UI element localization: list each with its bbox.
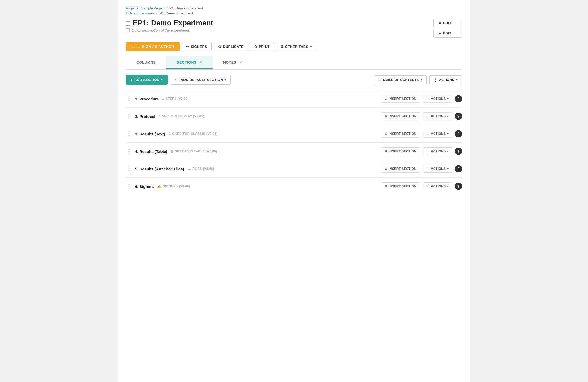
section-actions-button-6[interactable]: ⋮ ACTIONS ▾: [423, 182, 452, 190]
section-name-6: 6. Signers: [135, 184, 154, 189]
breadcrumb-current: › EP1: Demo Experiment: [165, 6, 203, 10]
section-actions-chevron-6: ▾: [447, 185, 449, 188]
sign-icon: ✍: [131, 45, 140, 49]
section-type-icon-1: ≡: [162, 97, 164, 101]
section-actions-button-1[interactable]: ⋮ ACTIONS ▾: [423, 95, 452, 103]
help-button-1[interactable]: ?: [455, 95, 462, 102]
breadcrumb-experiments[interactable]: Experiments: [136, 11, 154, 15]
insert-section-label-2: INSERT SECTION: [389, 114, 416, 118]
page-container: Projects › Sample Project › EP1: Demo Ex…: [118, 0, 470, 382]
page-header: EP1: Demo Experiment Quick description o…: [126, 19, 462, 38]
section-dots-icon-2: ⋮: [426, 114, 429, 118]
insert-section-button-5[interactable]: ⊕ INSERT SECTION: [381, 165, 420, 173]
print-icon: ⎙: [255, 45, 257, 49]
section-actions-button-4[interactable]: ⋮ ACTIONS ▾: [423, 147, 452, 155]
tab-notes[interactable]: NOTES ×: [213, 56, 253, 69]
insert-section-label-3: INSERT SECTION: [389, 132, 416, 136]
help-button-4[interactable]: ?: [455, 148, 462, 155]
actions-button[interactable]: ⋮ ACTIONS ▾: [429, 75, 462, 84]
edit-button-1[interactable]: EDIT: [433, 19, 462, 27]
section-type-5: ☁ FILES (V3.00): [187, 167, 214, 171]
section-actions-chevron-2: ▾: [447, 115, 449, 118]
section-actions-3: ⊕ INSERT SECTION ⋮ ACTIONS ▾ ?: [381, 130, 462, 138]
edit-button-2[interactable]: EDIT: [433, 29, 462, 38]
print-label: PRINT: [259, 45, 270, 49]
drag-handle-2[interactable]: [126, 114, 132, 119]
table-row: 3. Results (Text) A CKEDITOR CLASSIC (V2…: [126, 125, 462, 143]
toc-label: TABLE OF CONTENTS: [382, 78, 419, 82]
edit-buttons-area: EDIT EDIT: [433, 19, 462, 38]
section-actions-label-5: ACTIONS: [431, 167, 446, 171]
section-type-icon-5: ☁: [187, 167, 191, 171]
add-section-plus-icon: +: [131, 78, 133, 82]
section-name-3: 3. Results (Text): [135, 132, 165, 136]
duplicate-button[interactable]: ⊙ DUPLICATE: [214, 42, 248, 51]
insert-section-button-3[interactable]: ⊕ INSERT SECTION: [381, 130, 420, 138]
breadcrumb-eln[interactable]: ELN: [126, 11, 132, 15]
help-button-6[interactable]: ?: [455, 183, 462, 190]
print-button[interactable]: ⎙ PRINT: [250, 42, 274, 51]
section-main-4: 4. Results (Table) ⊞ SPREADJS TABLE (V1.…: [135, 149, 378, 154]
sign-as-author-button[interactable]: ✍ SIGN AS AUTHOR: [126, 42, 180, 51]
section-type-6: ✍ SIGNERS (V3.00): [157, 184, 190, 188]
table-of-contents-button[interactable]: ≡ TABLE OF CONTENTS ▾: [374, 75, 427, 84]
insert-section-button-2[interactable]: ⊕ INSERT SECTION: [381, 112, 420, 120]
signers-button[interactable]: ✏ SIGNERS: [182, 42, 212, 51]
other-tabs-icon: ⧉: [281, 44, 283, 49]
other-tabs-button[interactable]: ⧉ OTHER TABS ▾: [276, 42, 316, 51]
section-actions-5: ⊕ INSERT SECTION ⋮ ACTIONS ▾ ?: [381, 165, 462, 173]
section-main-6: 6. Signers ✍ SIGNERS (V3.00): [135, 184, 378, 189]
tab-sections[interactable]: SECTIONS ×: [166, 56, 212, 69]
tab-columns[interactable]: COLUMNS: [126, 56, 166, 69]
drag-handle-1[interactable]: [126, 96, 132, 101]
section-dots-icon-4: ⋮: [426, 149, 429, 153]
add-default-section-button[interactable]: ≔ ADD DEFAULT SECTION ▾: [171, 75, 231, 85]
section-actions-label-2: ACTIONS: [431, 114, 446, 118]
insert-section-button-6[interactable]: ⊕ INSERT SECTION: [381, 182, 420, 190]
section-type-2: ❝ SECTION DISPLAY (V3.01): [159, 114, 204, 118]
section-type-1: ≡ STEPS (V3.02): [162, 97, 189, 101]
page-description: Quick description of the experiment.: [132, 28, 190, 32]
section-main-3: 3. Results (Text) A CKEDITOR CLASSIC (V2…: [135, 132, 378, 136]
insert-section-button-4[interactable]: ⊕ INSERT SECTION: [381, 147, 420, 155]
section-type-icon-3: A: [168, 132, 171, 136]
drag-handle-4[interactable]: [126, 149, 132, 154]
section-actions-4: ⊕ INSERT SECTION ⋮ ACTIONS ▾ ?: [381, 147, 462, 155]
breadcrumb-sample-project[interactable]: Sample Project: [141, 6, 164, 10]
section-actions-chevron-1: ▾: [447, 97, 449, 101]
section-actions-button-3[interactable]: ⋮ ACTIONS ▾: [423, 130, 452, 138]
drag-handle-5[interactable]: [126, 166, 132, 171]
section-actions-chevron-5: ▾: [447, 167, 449, 171]
table-row: 4. Results (Table) ⊞ SPREADJS TABLE (V1.…: [126, 143, 462, 160]
section-actions-button-5[interactable]: ⋮ ACTIONS ▾: [423, 165, 452, 173]
breadcrumb-current2: › EP1: Demo Experiment: [155, 11, 193, 15]
drag-handle-6[interactable]: [126, 184, 132, 189]
circle-plus-icon-4: ⊕: [385, 149, 387, 153]
section-type-label-6: SIGNERS (V3.00): [163, 184, 190, 188]
drag-handle-3[interactable]: [126, 131, 132, 136]
circle-plus-icon-5: ⊕: [385, 167, 387, 171]
table-row: 6. Signers ✍ SIGNERS (V3.00) ⊕ INSERT SE…: [126, 178, 462, 195]
tab-notes-close[interactable]: ×: [239, 60, 242, 65]
section-actions-button-2[interactable]: ⋮ ACTIONS ▾: [423, 112, 452, 120]
circle-plus-icon-3: ⊕: [385, 132, 387, 136]
circle-plus-icon-1: ⊕: [385, 97, 387, 101]
section-dots-icon-1: ⋮: [426, 97, 429, 101]
section-name-4: 4. Results (Table): [135, 149, 167, 154]
add-section-button[interactable]: + ADD SECTION ▾: [126, 75, 168, 85]
help-button-2[interactable]: ?: [455, 113, 462, 120]
help-button-3[interactable]: ?: [455, 130, 462, 137]
section-main-2: 2. Protocol ❝ SECTION DISPLAY (V3.01): [135, 114, 378, 119]
breadcrumb-projects[interactable]: Projects: [126, 6, 138, 10]
section-actions-2: ⊕ INSERT SECTION ⋮ ACTIONS ▾ ?: [381, 112, 462, 120]
tab-sections-close[interactable]: ×: [200, 60, 202, 65]
help-button-5[interactable]: ?: [455, 165, 462, 172]
title-checkbox[interactable]: [126, 21, 130, 26]
breadcrumb-line2: ELN › Experiments › EP1: Demo Experiment: [126, 11, 462, 15]
description-checkbox[interactable]: [126, 28, 130, 32]
section-actions-label-3: ACTIONS: [431, 132, 446, 136]
section-actions-chevron-4: ▾: [447, 150, 449, 153]
insert-section-button-1[interactable]: ⊕ INSERT SECTION: [381, 95, 420, 103]
tabs-container: COLUMNS SECTIONS × NOTES ×: [126, 56, 462, 70]
tab-sections-label: SECTIONS: [177, 60, 197, 65]
